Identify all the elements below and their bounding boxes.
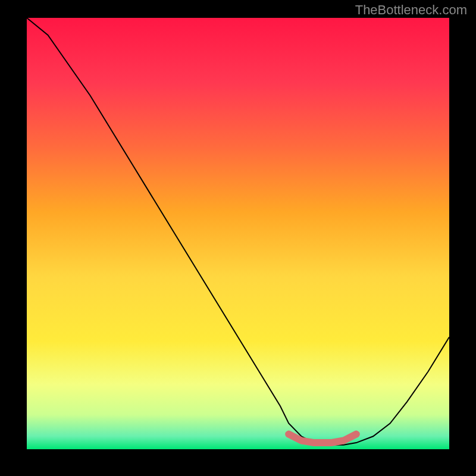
- chart-svg: [27, 18, 449, 449]
- chart-container: [27, 18, 449, 449]
- plot-area: [27, 18, 449, 449]
- watermark-text: TheBottleneck.com: [355, 2, 467, 18]
- gradient-background: [27, 18, 449, 449]
